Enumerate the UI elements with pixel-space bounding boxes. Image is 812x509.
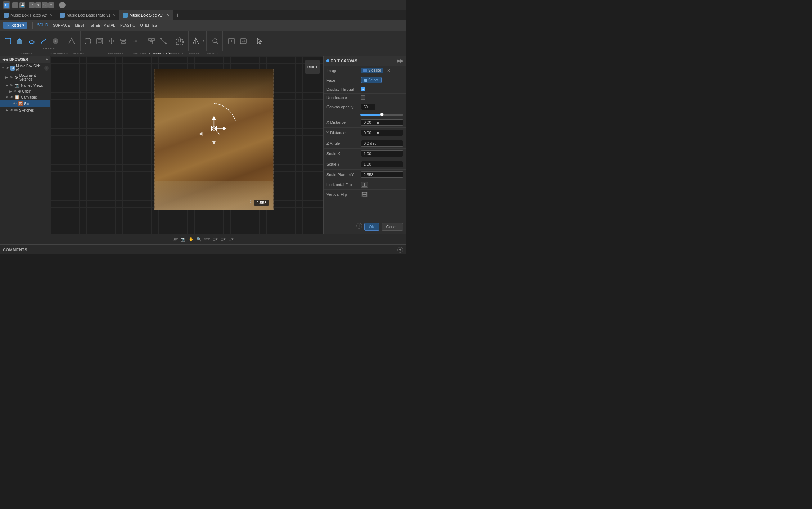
tab-plastic[interactable]: PLASTIC xyxy=(118,23,137,28)
modify-shell[interactable] xyxy=(94,36,105,46)
root-info[interactable]: i xyxy=(44,66,49,71)
scale-x-input[interactable] xyxy=(361,150,403,157)
z-angle-input[interactable] xyxy=(361,140,403,147)
visual-style-icon[interactable]: ◻▾ xyxy=(220,236,226,243)
tab-sheet-metal[interactable]: SHEET METAL xyxy=(88,23,117,28)
undo-btn[interactable]: ↩ xyxy=(29,2,35,8)
create-new-body[interactable] xyxy=(2,36,14,46)
y-distance-input[interactable] xyxy=(361,130,403,136)
origin-eye[interactable]: 👁 xyxy=(13,90,17,93)
tab-surface[interactable]: SURFACE xyxy=(51,23,72,28)
scale-y-input[interactable] xyxy=(361,161,403,167)
tree-origin[interactable]: ▶ 👁 ⊕ Origin xyxy=(0,89,50,94)
display-through-checkbox[interactable] xyxy=(361,87,365,91)
scale-plane-input[interactable] xyxy=(361,171,403,178)
v-flip-btn[interactable] xyxy=(361,192,368,197)
snap-icon[interactable]: ⊞▾ xyxy=(172,236,179,243)
assemble-btn[interactable] xyxy=(146,36,157,46)
root-eye[interactable]: 👁 xyxy=(6,66,9,70)
insert-canvas[interactable] xyxy=(238,36,249,46)
view-cube-icon[interactable]: 👁▾ xyxy=(204,236,210,243)
modify-more[interactable] xyxy=(130,36,141,46)
side-eye[interactable]: 👁 xyxy=(13,102,17,105)
remove-image-btn[interactable]: ✕ xyxy=(387,68,391,73)
modify-move[interactable] xyxy=(106,36,117,46)
renderable-checkbox[interactable] xyxy=(361,95,365,100)
svg-rect-39 xyxy=(240,39,246,44)
cancel-btn[interactable]: Cancel xyxy=(382,223,403,231)
sketches-eye[interactable]: 👁 xyxy=(10,108,13,112)
canvases-label: Canvases xyxy=(21,95,37,99)
tab-close-1[interactable]: ✕ xyxy=(49,13,52,17)
ok-btn[interactable]: OK xyxy=(364,223,379,231)
info-btn[interactable]: i xyxy=(356,223,362,229)
tree-sketches[interactable]: ▶ 👁 ✏ Sketches xyxy=(0,107,50,113)
canvases-eye[interactable]: 👁 xyxy=(10,95,13,99)
comments-add-btn[interactable]: + xyxy=(397,247,403,253)
browser-add[interactable]: + xyxy=(46,58,48,62)
tab-mesh[interactable]: MESH xyxy=(73,23,87,28)
panel-expand-btn[interactable]: ▶▶ xyxy=(397,58,403,63)
redo-dropdown[interactable]: ▾ xyxy=(48,2,54,8)
tab-close-3[interactable]: ✕ xyxy=(166,13,169,17)
home-btn[interactable] xyxy=(59,2,66,8)
automate-btn[interactable] xyxy=(66,36,77,46)
x-distance-label: X Distance xyxy=(326,120,359,125)
create-extrude[interactable] xyxy=(14,36,26,46)
create-more[interactable] xyxy=(50,36,61,46)
tab-solid[interactable]: SOLID xyxy=(35,22,50,28)
construct-btn[interactable] xyxy=(190,36,202,46)
tab-music-box-base[interactable]: Music Box Base Plate v1 ✕ xyxy=(56,10,119,20)
zoom-icon[interactable]: 🔍 xyxy=(196,236,202,243)
svg-marker-6 xyxy=(17,38,22,40)
named-views-eye[interactable]: 👁 xyxy=(10,84,13,87)
inspect-btn[interactable] xyxy=(209,36,221,46)
file-icon xyxy=(363,69,367,72)
tree-doc-settings[interactable]: ▶ 👁 ⚙ Document Settings xyxy=(0,73,50,82)
undo-dropdown[interactable]: ▾ xyxy=(35,2,41,8)
pan-icon[interactable]: ✋ xyxy=(188,236,194,243)
svg-point-24 xyxy=(136,40,137,41)
tree-side[interactable]: 👁 🖼 Side xyxy=(0,100,50,107)
save-icon[interactable]: 💾 xyxy=(19,2,25,8)
face-select-btn[interactable]: Select xyxy=(361,77,382,83)
collapse-btn[interactable]: ◀◀ xyxy=(2,58,8,62)
assemble-joint[interactable] xyxy=(158,36,169,46)
tab-close-2[interactable]: ✕ xyxy=(112,13,115,17)
tree-root[interactable]: ▾ 👁 M Music Box Side v1 i xyxy=(0,63,50,73)
x-distance-input[interactable] xyxy=(361,119,403,126)
doc-settings-icon: ⚙ xyxy=(14,75,18,80)
scale-plane-label: Scale Plane XY xyxy=(326,172,359,177)
modify-fillet[interactable] xyxy=(82,36,94,46)
slider-thumb[interactable] xyxy=(380,113,384,116)
tree-named-views[interactable]: ▶ 👁 📷 Named Views xyxy=(0,82,50,89)
opacity-input[interactable] xyxy=(361,104,375,110)
tab-music-box-plates[interactable]: Music Box Plates v2* ✕ xyxy=(0,10,56,20)
assemble-group xyxy=(144,31,171,51)
h-flip-btn[interactable] xyxy=(361,182,368,188)
create-sweep[interactable] xyxy=(38,36,49,46)
select-btn[interactable] xyxy=(254,36,265,46)
insert-btn[interactable] xyxy=(226,36,237,46)
redo-btn[interactable]: ↪ xyxy=(42,2,48,8)
new-tab-btn[interactable]: + xyxy=(173,10,182,20)
modify-align[interactable] xyxy=(118,36,129,46)
svg-rect-21 xyxy=(122,42,125,44)
create-revolve[interactable] xyxy=(26,36,37,46)
more-options-btn[interactable]: ⋮ xyxy=(248,199,253,206)
svg-point-22 xyxy=(134,40,135,41)
tab-music-box-side[interactable]: Music Box Side v1* ✕ xyxy=(119,10,173,20)
doc-eye[interactable]: 👁 xyxy=(10,76,13,79)
tree-canvases[interactable]: ▾ 👁 📋 Canvases xyxy=(0,94,50,100)
opacity-slider[interactable] xyxy=(360,114,403,116)
configure-btn[interactable] xyxy=(174,36,185,46)
display-mode-icon[interactable]: ◻▾ xyxy=(212,236,218,243)
grid-icon[interactable]: ⊞ xyxy=(12,2,18,8)
axis-indicator[interactable]: RIGHT xyxy=(305,60,320,74)
construct-icon xyxy=(191,37,200,45)
camera-icon[interactable]: 📷 xyxy=(180,236,186,243)
design-dropdown[interactable]: DESIGN ▾ xyxy=(3,22,27,29)
tab-utilities[interactable]: UTILITIES xyxy=(138,23,159,28)
grid-icon-bottom[interactable]: ⊞▾ xyxy=(227,236,234,243)
rotation-gizmo[interactable] xyxy=(185,100,243,157)
